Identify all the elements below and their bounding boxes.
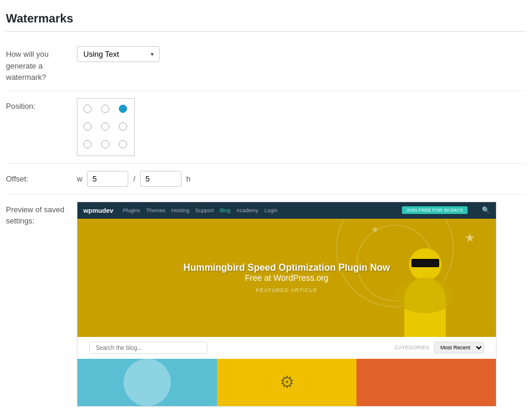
position-radio-4[interactable]	[101, 122, 109, 131]
generate-method-content: Using Text Using Image	[77, 46, 526, 62]
preview-nav-items: Plugins Themes Hosting Support Blog Acad…	[123, 207, 278, 213]
position-cell-0[interactable]	[80, 101, 95, 116]
generate-method-label: How will you generate a watermark?	[6, 46, 77, 83]
position-cell-6[interactable]	[80, 137, 95, 152]
preview-character	[404, 248, 446, 337]
position-radio-6[interactable]	[83, 140, 92, 148]
preview-search-input	[89, 342, 207, 354]
generate-method-row: How will you generate a watermark? Using…	[6, 39, 526, 91]
position-content	[77, 98, 526, 156]
char-body	[404, 278, 446, 337]
preview-nav-logo: wpmudev	[83, 207, 113, 214]
position-cell-4[interactable]	[98, 119, 113, 134]
position-radio-0[interactable]	[83, 105, 92, 113]
preview-categories-label: CATEGORIES	[395, 345, 429, 351]
preview-nav-cta: JOIN FREE FOR 30 DAYS	[402, 206, 468, 214]
position-radio-3[interactable]	[83, 122, 92, 131]
position-label: Position:	[6, 98, 77, 112]
position-cell-5[interactable]	[115, 119, 131, 134]
preview-nav-hosting: Hosting	[171, 207, 190, 213]
position-cell-3[interactable]	[80, 119, 95, 134]
offset-w-input[interactable]	[87, 171, 128, 187]
preview-hero-main-text: Hummingbird Speed Optimization Plugin No…	[183, 262, 390, 273]
position-cell-7[interactable]	[98, 137, 113, 152]
preview-nav-plugins: Plugins	[123, 207, 141, 213]
position-radio-5[interactable]	[119, 122, 127, 131]
offset-w-label: w	[77, 174, 82, 183]
offset-h-input[interactable]	[140, 171, 181, 187]
preview-hero-text-container: Hummingbird Speed Optimization Plugin No…	[183, 262, 390, 293]
preview-nav: wpmudev Plugins Themes Hosting Support B…	[77, 202, 496, 219]
preview-content: wpmudev Plugins Themes Hosting Support B…	[77, 202, 526, 413]
offset-separator: /	[133, 174, 135, 183]
card-icon-2: ⚙	[280, 372, 294, 392]
preview-categories-select: Most Recent	[434, 342, 484, 353]
generate-method-select-wrapper[interactable]: Using Text Using Image	[77, 46, 160, 62]
hero-star-icon-2: ★	[371, 225, 379, 234]
char-cape	[395, 278, 455, 313]
position-radio-7[interactable]	[101, 140, 109, 148]
preview-card-2: ⚙	[217, 359, 356, 406]
char-mask	[411, 259, 439, 267]
offset-label: Offset:	[6, 171, 77, 185]
preview-nav-search-icon: 🔍	[482, 206, 490, 214]
position-radio-1[interactable]	[101, 105, 109, 113]
position-row: Position:	[6, 91, 526, 164]
position-radio-8[interactable]	[119, 140, 127, 148]
preview-card-1	[77, 359, 217, 406]
position-cell-1[interactable]	[98, 101, 113, 116]
generate-method-select[interactable]: Using Text Using Image	[77, 46, 160, 62]
position-cell-2[interactable]	[115, 101, 131, 116]
preview-nav-support: Support	[195, 207, 214, 213]
page-title: Watermarks	[6, 12, 526, 32]
preview-nav-blog: Blog	[220, 207, 231, 213]
preview-cards: ⚙	[77, 359, 496, 406]
preview-nav-themes: Themes	[146, 207, 166, 213]
offset-h-label: h	[186, 174, 190, 183]
offset-content: w / h	[77, 171, 526, 187]
preview-hero-sub-text: Free at WordPress.org	[183, 273, 390, 283]
card-circle-1	[124, 359, 171, 406]
preview-search-area: CATEGORIES Most Recent	[77, 337, 496, 359]
position-cell-8[interactable]	[115, 137, 131, 152]
position-radio-2[interactable]	[119, 105, 127, 113]
preview-categories: CATEGORIES Most Recent	[395, 342, 484, 353]
hero-star-icon: ★	[465, 231, 475, 245]
preview-row: Preview of saved settings: wpmudev Plugi…	[6, 194, 526, 413]
preview-image-container: wpmudev Plugins Themes Hosting Support B…	[77, 202, 497, 407]
preview-card-3	[356, 359, 496, 406]
preview-hero: ★ ★ Hummingbird Speed Optimization Plugi…	[77, 219, 496, 337]
preview-nav-academy: Academy	[236, 207, 259, 213]
preview-hero-featured: FEATURED ARTICLE	[183, 287, 390, 293]
offset-row: Offset: w / h	[6, 164, 526, 194]
offset-inputs: w / h	[77, 171, 526, 187]
preview-nav-login: Login	[264, 207, 277, 213]
preview-label: Preview of saved settings:	[6, 202, 77, 227]
char-head	[409, 248, 442, 281]
position-grid	[77, 98, 135, 156]
